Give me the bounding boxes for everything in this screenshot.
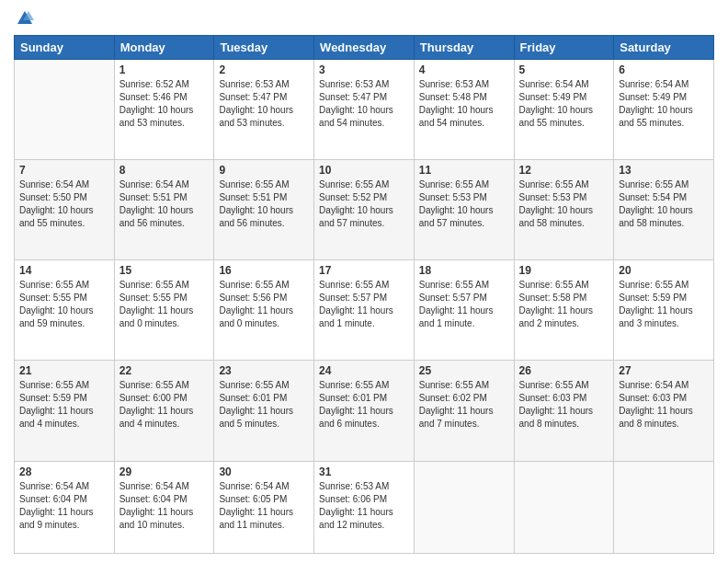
weekday-header: Thursday: [414, 36, 514, 60]
day-info: Sunrise: 6:55 AMSunset: 6:02 PMDaylight:…: [419, 379, 509, 431]
weekday-header: Saturday: [614, 36, 714, 60]
day-info: Sunrise: 6:53 AMSunset: 5:48 PMDaylight:…: [419, 78, 509, 130]
calendar-cell: 25Sunrise: 6:55 AMSunset: 6:02 PMDayligh…: [414, 361, 514, 461]
day-number: 30: [219, 465, 309, 478]
weekday-header: Sunday: [15, 36, 115, 60]
page: SundayMondayTuesdayWednesdayThursdayFrid…: [0, 0, 728, 563]
day-number: 15: [119, 264, 210, 277]
day-number: 4: [419, 63, 509, 76]
day-info: Sunrise: 6:54 AMSunset: 6:04 PMDaylight:…: [19, 480, 109, 532]
day-info: Sunrise: 6:55 AMSunset: 6:03 PMDaylight:…: [519, 379, 609, 431]
day-info: Sunrise: 6:55 AMSunset: 5:57 PMDaylight:…: [419, 279, 509, 330]
day-info: Sunrise: 6:55 AMSunset: 5:59 PMDaylight:…: [19, 379, 109, 431]
day-info: Sunrise: 6:53 AMSunset: 6:06 PMDaylight:…: [319, 480, 409, 532]
day-number: 9: [219, 164, 309, 177]
calendar-cell: 30Sunrise: 6:54 AMSunset: 6:05 PMDayligh…: [214, 461, 314, 554]
calendar-cell: 24Sunrise: 6:55 AMSunset: 6:01 PMDayligh…: [314, 361, 415, 461]
calendar-cell: 18Sunrise: 6:55 AMSunset: 5:57 PMDayligh…: [414, 260, 514, 361]
day-info: Sunrise: 6:55 AMSunset: 5:53 PMDaylight:…: [519, 178, 609, 230]
calendar-cell: 27Sunrise: 6:54 AMSunset: 6:03 PMDayligh…: [614, 361, 714, 461]
calendar-cell: 15Sunrise: 6:55 AMSunset: 5:55 PMDayligh…: [114, 260, 214, 361]
calendar-cell: 12Sunrise: 6:55 AMSunset: 5:53 PMDayligh…: [514, 160, 614, 260]
calendar-cell: 23Sunrise: 6:55 AMSunset: 6:01 PMDayligh…: [214, 361, 314, 461]
calendar-cell: 10Sunrise: 6:55 AMSunset: 5:52 PMDayligh…: [314, 160, 415, 260]
day-number: 7: [19, 164, 109, 177]
calendar-header-row: SundayMondayTuesdayWednesdayThursdayFrid…: [15, 36, 714, 60]
calendar-cell: 28Sunrise: 6:54 AMSunset: 6:04 PMDayligh…: [15, 461, 115, 554]
calendar-cell: [414, 461, 514, 554]
day-number: 18: [419, 264, 509, 277]
day-number: 3: [319, 63, 409, 76]
calendar-cell: 26Sunrise: 6:55 AMSunset: 6:03 PMDayligh…: [514, 361, 614, 461]
logo-icon: [16, 9, 34, 28]
day-info: Sunrise: 6:55 AMSunset: 6:00 PMDaylight:…: [119, 379, 210, 431]
calendar-cell: 13Sunrise: 6:55 AMSunset: 5:54 PMDayligh…: [614, 160, 714, 260]
calendar-cell: 11Sunrise: 6:55 AMSunset: 5:53 PMDayligh…: [414, 160, 514, 260]
day-info: Sunrise: 6:54 AMSunset: 5:49 PMDaylight:…: [619, 78, 709, 130]
day-info: Sunrise: 6:55 AMSunset: 5:51 PMDaylight:…: [219, 178, 309, 230]
day-info: Sunrise: 6:54 AMSunset: 5:49 PMDaylight:…: [519, 78, 609, 130]
day-number: 22: [119, 364, 210, 377]
day-info: Sunrise: 6:55 AMSunset: 5:54 PMDaylight:…: [619, 178, 709, 230]
day-number: 5: [519, 63, 609, 76]
day-number: 12: [519, 164, 609, 177]
calendar-cell: 22Sunrise: 6:55 AMSunset: 6:00 PMDayligh…: [114, 361, 214, 461]
calendar-cell: 17Sunrise: 6:55 AMSunset: 5:57 PMDayligh…: [314, 260, 415, 361]
day-number: 16: [219, 264, 309, 277]
day-number: 20: [619, 264, 709, 277]
calendar-table: SundayMondayTuesdayWednesdayThursdayFrid…: [14, 35, 714, 554]
calendar-cell: 9Sunrise: 6:55 AMSunset: 5:51 PMDaylight…: [214, 160, 314, 260]
day-info: Sunrise: 6:55 AMSunset: 5:57 PMDaylight:…: [319, 279, 409, 330]
calendar-cell: 5Sunrise: 6:54 AMSunset: 5:49 PMDaylight…: [514, 60, 614, 160]
calendar-week-row: 28Sunrise: 6:54 AMSunset: 6:04 PMDayligh…: [15, 461, 714, 554]
calendar-week-row: 21Sunrise: 6:55 AMSunset: 5:59 PMDayligh…: [15, 361, 714, 461]
calendar-cell: 6Sunrise: 6:54 AMSunset: 5:49 PMDaylight…: [614, 60, 714, 160]
calendar-cell: 21Sunrise: 6:55 AMSunset: 5:59 PMDayligh…: [15, 361, 115, 461]
day-info: Sunrise: 6:55 AMSunset: 5:56 PMDaylight:…: [219, 279, 309, 330]
calendar-cell: 7Sunrise: 6:54 AMSunset: 5:50 PMDaylight…: [15, 160, 115, 260]
calendar-cell: 16Sunrise: 6:55 AMSunset: 5:56 PMDayligh…: [214, 260, 314, 361]
day-number: 11: [419, 164, 509, 177]
calendar-cell: 31Sunrise: 6:53 AMSunset: 6:06 PMDayligh…: [314, 461, 415, 554]
calendar-week-row: 7Sunrise: 6:54 AMSunset: 5:50 PMDaylight…: [15, 160, 714, 260]
day-number: 13: [619, 164, 709, 177]
day-number: 19: [519, 264, 609, 277]
calendar-week-row: 1Sunrise: 6:52 AMSunset: 5:46 PMDaylight…: [15, 60, 714, 160]
calendar-cell: 4Sunrise: 6:53 AMSunset: 5:48 PMDaylight…: [414, 60, 514, 160]
calendar-week-row: 14Sunrise: 6:55 AMSunset: 5:55 PMDayligh…: [15, 260, 714, 361]
day-info: Sunrise: 6:53 AMSunset: 5:47 PMDaylight:…: [319, 78, 409, 130]
calendar-cell: 1Sunrise: 6:52 AMSunset: 5:46 PMDaylight…: [114, 60, 214, 160]
day-number: 28: [19, 465, 109, 478]
day-number: 6: [619, 63, 709, 76]
day-info: Sunrise: 6:55 AMSunset: 6:01 PMDaylight:…: [319, 379, 409, 431]
calendar-cell: [614, 461, 714, 554]
calendar-cell: [15, 60, 115, 160]
day-info: Sunrise: 6:52 AMSunset: 5:46 PMDaylight:…: [119, 78, 210, 130]
day-number: 24: [319, 364, 409, 377]
day-number: 23: [219, 364, 309, 377]
day-number: 17: [319, 264, 409, 277]
day-info: Sunrise: 6:53 AMSunset: 5:47 PMDaylight:…: [219, 78, 309, 130]
day-number: 8: [119, 164, 210, 177]
day-number: 14: [19, 264, 109, 277]
day-number: 26: [519, 364, 609, 377]
day-info: Sunrise: 6:55 AMSunset: 6:01 PMDaylight:…: [219, 379, 309, 431]
day-info: Sunrise: 6:54 AMSunset: 5:50 PMDaylight:…: [19, 178, 109, 230]
day-info: Sunrise: 6:54 AMSunset: 5:51 PMDaylight:…: [119, 178, 210, 230]
calendar-cell: 8Sunrise: 6:54 AMSunset: 5:51 PMDaylight…: [114, 160, 214, 260]
day-info: Sunrise: 6:55 AMSunset: 5:58 PMDaylight:…: [519, 279, 609, 330]
calendar-cell: 19Sunrise: 6:55 AMSunset: 5:58 PMDayligh…: [514, 260, 614, 361]
calendar-cell: 20Sunrise: 6:55 AMSunset: 5:59 PMDayligh…: [614, 260, 714, 361]
calendar-cell: 3Sunrise: 6:53 AMSunset: 5:47 PMDaylight…: [314, 60, 415, 160]
day-info: Sunrise: 6:55 AMSunset: 5:55 PMDaylight:…: [19, 279, 109, 330]
day-info: Sunrise: 6:54 AMSunset: 6:04 PMDaylight:…: [119, 480, 210, 532]
day-number: 2: [219, 63, 309, 76]
weekday-header: Friday: [514, 36, 614, 60]
day-number: 25: [419, 364, 509, 377]
weekday-header: Tuesday: [214, 36, 314, 60]
day-number: 31: [319, 465, 409, 478]
weekday-header: Wednesday: [314, 36, 415, 60]
day-number: 27: [619, 364, 709, 377]
header: [14, 9, 714, 28]
calendar-cell: 2Sunrise: 6:53 AMSunset: 5:47 PMDaylight…: [214, 60, 314, 160]
